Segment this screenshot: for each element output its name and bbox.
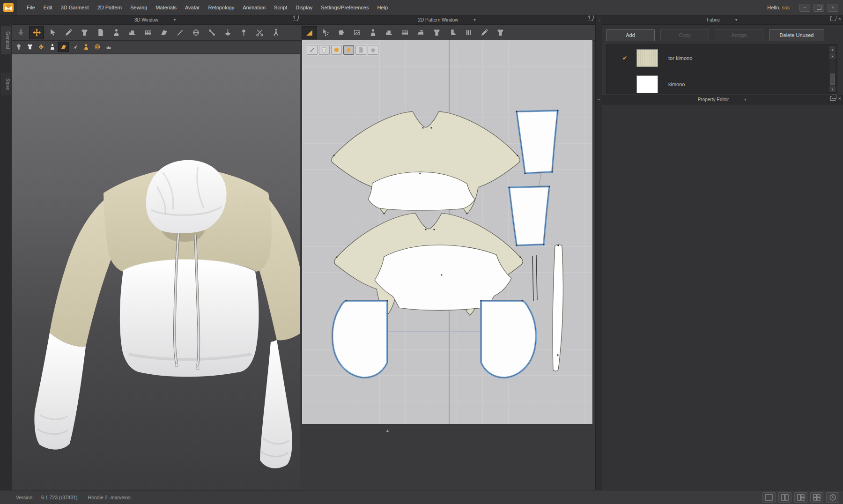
tool-show-ball[interactable] — [331, 45, 342, 55]
tool-show-avatar[interactable] — [13, 42, 24, 52]
menu-edit[interactable]: Edit — [39, 0, 57, 15]
scroll-up-button[interactable]: ▲ — [829, 46, 836, 53]
tool-show-fabric[interactable] — [58, 42, 69, 52]
menu-settings-preferences[interactable]: Settings/Preferences — [317, 0, 373, 15]
menu-avatar[interactable]: Avatar — [181, 0, 204, 15]
chevron-down-icon[interactable]: ▾ — [743, 97, 747, 102]
add-button[interactable]: Add — [606, 29, 655, 41]
tool-show-shirt[interactable] — [319, 45, 330, 55]
sidebar-tab-store[interactable]: Store — [1, 73, 11, 96]
tool-show-bust[interactable] — [81, 42, 91, 52]
menu-animation[interactable]: Animation — [238, 0, 270, 15]
tool-show-garment-2d[interactable] — [493, 26, 508, 39]
minimize-button[interactable]: ─ — [799, 4, 810, 12]
tool-show-arrangement[interactable] — [69, 42, 80, 52]
tool-flatten-panel[interactable] — [220, 26, 235, 39]
fabric-swatch[interactable] — [636, 75, 658, 93]
menu-script[interactable]: Script — [270, 0, 291, 15]
tool-seam-grid[interactable] — [397, 26, 412, 39]
menu-help[interactable]: Help — [373, 0, 392, 15]
render-clock-button[interactable] — [826, 492, 839, 503]
pattern-piece-sleeve-cap-right-selected[interactable] — [481, 301, 536, 378]
tool-walk-pose[interactable] — [268, 26, 283, 39]
popout-icon[interactable] — [588, 16, 593, 21]
menu-retopology[interactable]: Retopology — [204, 0, 239, 15]
delete-unused-button[interactable]: Delete Unused — [769, 29, 824, 41]
menu-file[interactable]: File — [22, 0, 39, 15]
close-icon[interactable]: × — [838, 96, 841, 101]
fabric-swatch[interactable] — [636, 49, 658, 67]
dock-arrow-icon[interactable]: → — [596, 96, 601, 101]
tool-edit-texture[interactable] — [349, 26, 364, 39]
tool-create-polygon[interactable] — [333, 26, 348, 39]
tool-show-garment[interactable] — [24, 42, 35, 52]
garment-3d[interactable] — [12, 54, 300, 490]
tool-pin-tool[interactable] — [61, 26, 76, 39]
fabric-item[interactable]: kimono — [606, 71, 837, 94]
tool-skeleton-pose[interactable] — [204, 26, 219, 39]
tool-edit-sewing[interactable] — [381, 26, 396, 39]
fabric-list-scrollbar[interactable]: ▲ ▲ ▼ — [829, 46, 836, 93]
tool-show-buttons[interactable] — [92, 42, 103, 52]
assign-button[interactable]: Assign — [715, 29, 763, 41]
tool-print-layout[interactable] — [368, 45, 378, 55]
menu-display[interactable]: Display — [291, 0, 317, 15]
tool-show-mannequin[interactable] — [47, 42, 58, 52]
tool-show-topstitch[interactable] — [103, 42, 114, 52]
scroll-down-button[interactable]: ▼ — [829, 86, 836, 92]
popout-icon[interactable] — [830, 96, 836, 101]
sidebar-tab-general[interactable]: General — [1, 26, 11, 54]
popout-icon[interactable] — [830, 16, 836, 21]
tool-edit-pattern[interactable] — [318, 26, 333, 39]
scrollbar-thumb[interactable] — [830, 74, 835, 85]
tool-grid-arrangement[interactable] — [140, 26, 155, 39]
bottom-dock-collapse-handle[interactable]: ▲ — [383, 427, 392, 434]
tool-avatar-tape[interactable] — [109, 26, 124, 39]
tool-trace-line[interactable] — [477, 26, 492, 39]
tool-wind-globe[interactable] — [188, 26, 203, 39]
tool-gizmo-move[interactable] — [236, 26, 251, 39]
close-icon[interactable]: × — [838, 16, 841, 21]
tool-press-iron[interactable] — [413, 26, 428, 39]
pattern-piece-cuff-top-selected[interactable] — [517, 111, 558, 173]
fabric-item[interactable]: ✔tor kimono — [606, 45, 837, 71]
chevron-down-icon[interactable]: ▾ — [734, 18, 739, 22]
pattern-piece-sleeve-cap-left-selected[interactable] — [333, 301, 387, 378]
dock-arrow-icon[interactable]: → — [596, 18, 601, 22]
fabric-check-icon[interactable]: ✔ — [622, 55, 636, 61]
tool-edit-sewing-3d[interactable] — [172, 26, 187, 39]
tool-cut-and-sew[interactable] — [252, 26, 267, 39]
tool-garment-fit[interactable] — [429, 26, 444, 39]
tool-select-mesh[interactable] — [45, 26, 60, 39]
app-logo-icon[interactable] — [0, 0, 17, 15]
tool-sewing-machine-3d[interactable] — [125, 26, 140, 39]
layout-two-pane-button[interactable] — [778, 492, 791, 503]
scroll-up2-button[interactable]: ▲ — [829, 53, 836, 59]
tool-select-move[interactable] — [29, 26, 44, 39]
garment-right-cuff[interactable] — [260, 340, 292, 468]
tool-show-paper[interactable] — [355, 45, 366, 55]
garment-hood[interactable] — [146, 160, 227, 233]
tool-show-accessory[interactable] — [36, 42, 46, 52]
tool-transform-pattern[interactable] — [302, 26, 317, 39]
layout-four-pane-button[interactable] — [810, 492, 823, 503]
menu-2d-pattern[interactable]: 2D Pattern — [93, 0, 126, 15]
pattern-piece-binding-strip[interactable] — [553, 245, 563, 371]
tool-simulate[interactable] — [13, 26, 28, 39]
restore-button[interactable] — [813, 4, 824, 12]
3d-viewport[interactable] — [12, 54, 300, 490]
layout-single-button[interactable] — [762, 492, 776, 503]
tool-show-fabric-2d[interactable] — [343, 45, 354, 55]
tool-sculpt-fabric[interactable] — [156, 26, 171, 39]
tool-shoe-pattern[interactable] — [445, 26, 460, 39]
tool-fold-arrangement[interactable] — [77, 26, 92, 39]
menu-3d-garment[interactable]: 3D Garment — [57, 0, 93, 15]
tool-flip-pattern[interactable] — [93, 26, 108, 39]
chevron-down-icon[interactable]: ▾ — [473, 18, 477, 22]
close-button[interactable]: × — [828, 4, 838, 12]
2d-pattern-canvas[interactable] — [302, 40, 593, 424]
menu-materials[interactable]: Materials — [151, 0, 181, 15]
chevron-down-icon[interactable]: ▾ — [172, 18, 177, 22]
popout-icon[interactable] — [293, 16, 298, 21]
tool-pleats-tool[interactable] — [461, 26, 476, 39]
